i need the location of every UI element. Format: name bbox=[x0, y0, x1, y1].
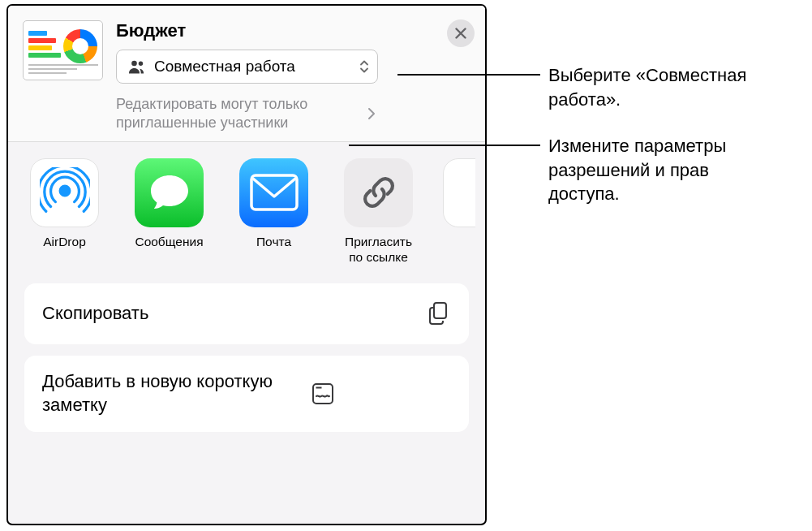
airdrop-icon bbox=[30, 158, 99, 227]
close-icon bbox=[455, 28, 466, 39]
messages-icon bbox=[135, 158, 204, 227]
mode-picker-label: Совместная работа bbox=[154, 58, 295, 76]
svg-point-0 bbox=[131, 61, 137, 67]
link-icon bbox=[344, 158, 413, 227]
action-label: Добавить в новую короткую заметку bbox=[42, 370, 310, 417]
share-app-invite-link[interactable]: Пригласить по ссылке bbox=[338, 158, 419, 266]
quick-note-icon bbox=[310, 381, 336, 407]
share-apps-row: AirDrop Сообщения Почта Пригласить по сс… bbox=[8, 142, 485, 283]
svg-rect-3 bbox=[251, 175, 297, 209]
actions-list: Скопировать Добавить в новую короткую за… bbox=[8, 283, 485, 448]
collaboration-mode-picker[interactable]: Совместная работа bbox=[116, 50, 378, 84]
permissions-text: Редактировать могут только приглашенные … bbox=[116, 95, 364, 133]
action-label: Скопировать bbox=[42, 302, 427, 326]
action-quick-note[interactable]: Добавить в новую короткую заметку bbox=[24, 356, 469, 432]
share-app-label: Почта bbox=[256, 234, 291, 249]
updown-chevron-icon bbox=[359, 59, 369, 74]
close-button[interactable] bbox=[447, 19, 475, 47]
mail-icon bbox=[239, 158, 308, 227]
action-copy[interactable]: Скопировать bbox=[24, 283, 469, 344]
share-app-label: AirDrop bbox=[43, 234, 86, 249]
reminders-icon bbox=[443, 158, 475, 227]
document-title: Бюджет bbox=[116, 20, 472, 41]
svg-rect-4 bbox=[434, 303, 446, 318]
document-thumbnail bbox=[23, 20, 103, 80]
svg-point-1 bbox=[139, 62, 143, 66]
share-app-label: Сообщения bbox=[135, 234, 203, 249]
share-app-mail[interactable]: Почта bbox=[234, 158, 314, 249]
chevron-right-icon bbox=[367, 107, 376, 120]
share-app-airdrop[interactable]: AirDrop bbox=[24, 158, 105, 249]
copy-icon bbox=[427, 300, 451, 326]
share-app-messages[interactable]: Сообщения bbox=[129, 158, 209, 249]
share-app-reminders[interactable]: Наг bbox=[443, 158, 475, 227]
permissions-row[interactable]: Редактировать могут только приглашенные … bbox=[116, 95, 376, 133]
svg-point-2 bbox=[60, 187, 70, 196]
share-sheet: Бюджет Совместная работа Редактировать м… bbox=[6, 4, 487, 525]
people-icon bbox=[128, 59, 146, 74]
share-app-label: Пригласить по ссылке bbox=[345, 234, 412, 266]
